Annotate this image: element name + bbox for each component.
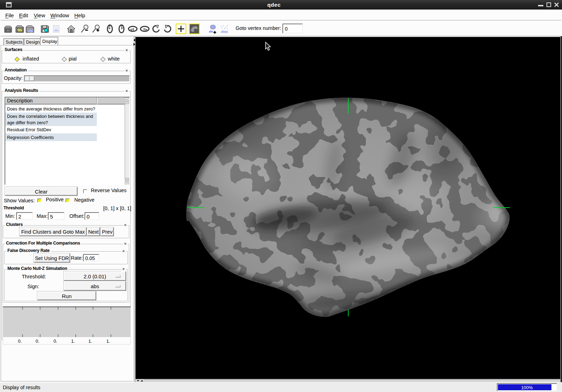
svg-text:1.: 1.	[106, 339, 110, 344]
svg-text:1.: 1.	[88, 339, 92, 344]
svg-text:1.: 1.	[71, 339, 75, 344]
svg-text:0.: 0.	[54, 339, 57, 344]
svg-text:0.: 0.	[36, 339, 39, 344]
svg-text:0.: 0.	[18, 339, 22, 344]
